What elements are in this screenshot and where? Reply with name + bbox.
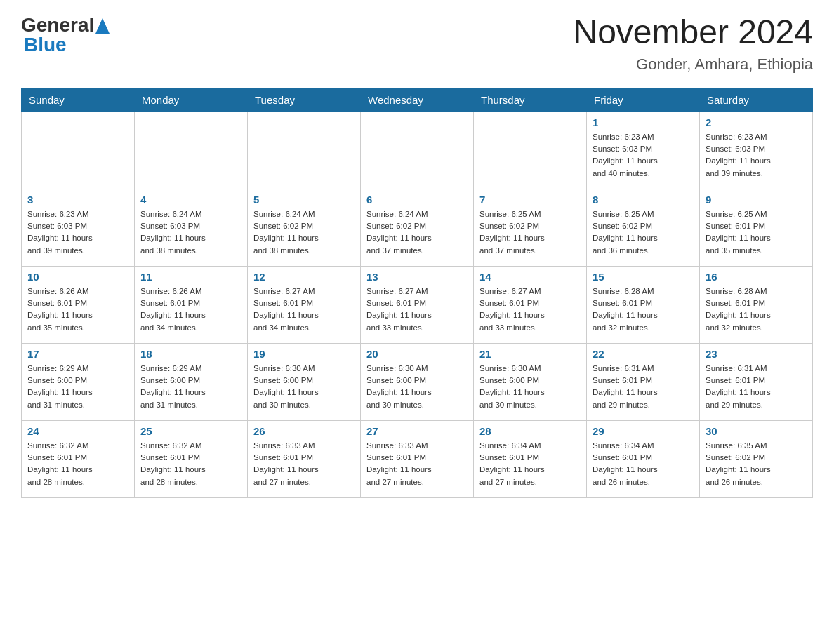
day-cell: 20Sunrise: 6:30 AMSunset: 6:00 PMDayligh… bbox=[361, 343, 474, 420]
day-info: Sunrise: 6:34 AMSunset: 6:01 PMDaylight:… bbox=[479, 440, 581, 488]
day-number: 9 bbox=[706, 194, 807, 206]
day-cell: 27Sunrise: 6:33 AMSunset: 6:01 PMDayligh… bbox=[361, 420, 474, 497]
day-number: 16 bbox=[706, 271, 807, 283]
day-info: Sunrise: 6:27 AMSunset: 6:01 PMDaylight:… bbox=[366, 286, 468, 334]
day-cell: 6Sunrise: 6:24 AMSunset: 6:02 PMDaylight… bbox=[361, 189, 474, 266]
day-cell: 3Sunrise: 6:23 AMSunset: 6:03 PMDaylight… bbox=[22, 189, 135, 266]
day-info: Sunrise: 6:25 AMSunset: 6:02 PMDaylight:… bbox=[593, 208, 694, 257]
day-info: Sunrise: 6:28 AMSunset: 6:01 PMDaylight:… bbox=[706, 286, 807, 334]
day-info: Sunrise: 6:32 AMSunset: 6:01 PMDaylight:… bbox=[140, 440, 241, 488]
day-number: 6 bbox=[366, 194, 468, 206]
day-number: 29 bbox=[593, 425, 694, 437]
day-info: Sunrise: 6:31 AMSunset: 6:01 PMDaylight:… bbox=[593, 363, 694, 411]
week-row-4: 17Sunrise: 6:29 AMSunset: 6:00 PMDayligh… bbox=[22, 343, 813, 420]
title-block: November 2024 Gonder, Amhara, Ethiopia bbox=[573, 14, 813, 74]
day-info: Sunrise: 6:34 AMSunset: 6:01 PMDaylight:… bbox=[593, 440, 694, 488]
day-cell: 15Sunrise: 6:28 AMSunset: 6:01 PMDayligh… bbox=[587, 266, 700, 343]
day-info: Sunrise: 6:35 AMSunset: 6:02 PMDaylight:… bbox=[706, 440, 807, 488]
logo-triangle-icon bbox=[95, 18, 110, 34]
day-cell: 2Sunrise: 6:23 AMSunset: 6:03 PMDaylight… bbox=[700, 112, 813, 189]
header-saturday: Saturday bbox=[700, 88, 813, 112]
day-cell: 21Sunrise: 6:30 AMSunset: 6:00 PMDayligh… bbox=[474, 343, 587, 420]
day-info: Sunrise: 6:33 AMSunset: 6:01 PMDaylight:… bbox=[366, 440, 468, 488]
day-info: Sunrise: 6:23 AMSunset: 6:03 PMDaylight:… bbox=[593, 131, 694, 180]
week-row-2: 3Sunrise: 6:23 AMSunset: 6:03 PMDaylight… bbox=[22, 189, 813, 266]
day-cell: 9Sunrise: 6:25 AMSunset: 6:01 PMDaylight… bbox=[700, 189, 813, 266]
day-cell: 22Sunrise: 6:31 AMSunset: 6:01 PMDayligh… bbox=[587, 343, 700, 420]
day-cell: 18Sunrise: 6:29 AMSunset: 6:00 PMDayligh… bbox=[135, 343, 248, 420]
day-number: 21 bbox=[479, 348, 581, 360]
day-cell: 29Sunrise: 6:34 AMSunset: 6:01 PMDayligh… bbox=[587, 420, 700, 497]
day-cell: 13Sunrise: 6:27 AMSunset: 6:01 PMDayligh… bbox=[361, 266, 474, 343]
day-info: Sunrise: 6:27 AMSunset: 6:01 PMDaylight:… bbox=[253, 286, 355, 334]
day-number: 30 bbox=[706, 425, 807, 437]
day-number: 14 bbox=[479, 271, 581, 283]
day-cell: 4Sunrise: 6:24 AMSunset: 6:03 PMDaylight… bbox=[135, 189, 248, 266]
page-header: General Blue November 2024 Gonder, Amhar… bbox=[21, 14, 813, 74]
calendar-subtitle: Gonder, Amhara, Ethiopia bbox=[573, 55, 813, 74]
day-info: Sunrise: 6:32 AMSunset: 6:01 PMDaylight:… bbox=[27, 440, 128, 488]
week-row-1: 1Sunrise: 6:23 AMSunset: 6:03 PMDaylight… bbox=[22, 112, 813, 189]
day-info: Sunrise: 6:24 AMSunset: 6:03 PMDaylight:… bbox=[140, 208, 241, 257]
day-info: Sunrise: 6:31 AMSunset: 6:01 PMDaylight:… bbox=[706, 363, 807, 411]
day-info: Sunrise: 6:27 AMSunset: 6:01 PMDaylight:… bbox=[479, 286, 581, 334]
day-info: Sunrise: 6:23 AMSunset: 6:03 PMDaylight:… bbox=[27, 208, 128, 257]
day-cell: 17Sunrise: 6:29 AMSunset: 6:00 PMDayligh… bbox=[22, 343, 135, 420]
day-number: 18 bbox=[140, 348, 241, 360]
day-cell: 26Sunrise: 6:33 AMSunset: 6:01 PMDayligh… bbox=[248, 420, 361, 497]
day-cell: 19Sunrise: 6:30 AMSunset: 6:00 PMDayligh… bbox=[248, 343, 361, 420]
day-cell: 14Sunrise: 6:27 AMSunset: 6:01 PMDayligh… bbox=[474, 266, 587, 343]
header-monday: Monday bbox=[135, 88, 248, 112]
day-cell: 16Sunrise: 6:28 AMSunset: 6:01 PMDayligh… bbox=[700, 266, 813, 343]
day-number: 5 bbox=[253, 194, 355, 206]
day-number: 25 bbox=[140, 425, 241, 437]
logo-blue-text: Blue bbox=[24, 34, 67, 56]
day-cell: 24Sunrise: 6:32 AMSunset: 6:01 PMDayligh… bbox=[22, 420, 135, 497]
day-cell bbox=[22, 112, 135, 189]
day-number: 3 bbox=[27, 194, 128, 206]
day-cell: 7Sunrise: 6:25 AMSunset: 6:02 PMDaylight… bbox=[474, 189, 587, 266]
day-number: 19 bbox=[253, 348, 355, 360]
header-wednesday: Wednesday bbox=[361, 88, 474, 112]
day-number: 12 bbox=[253, 271, 355, 283]
day-number: 4 bbox=[140, 194, 241, 206]
day-number: 27 bbox=[366, 425, 468, 437]
week-row-5: 24Sunrise: 6:32 AMSunset: 6:01 PMDayligh… bbox=[22, 420, 813, 497]
day-number: 7 bbox=[479, 194, 581, 206]
day-cell bbox=[474, 112, 587, 189]
day-cell: 1Sunrise: 6:23 AMSunset: 6:03 PMDaylight… bbox=[587, 112, 700, 189]
day-info: Sunrise: 6:24 AMSunset: 6:02 PMDaylight:… bbox=[366, 208, 468, 257]
day-cell: 12Sunrise: 6:27 AMSunset: 6:01 PMDayligh… bbox=[248, 266, 361, 343]
day-number: 20 bbox=[366, 348, 468, 360]
logo: General Blue bbox=[21, 14, 110, 56]
week-row-3: 10Sunrise: 6:26 AMSunset: 6:01 PMDayligh… bbox=[22, 266, 813, 343]
calendar-table: Sunday Monday Tuesday Wednesday Thursday… bbox=[21, 88, 813, 498]
day-number: 24 bbox=[27, 425, 128, 437]
day-number: 26 bbox=[253, 425, 355, 437]
header-sunday: Sunday bbox=[22, 88, 135, 112]
day-cell: 5Sunrise: 6:24 AMSunset: 6:02 PMDaylight… bbox=[248, 189, 361, 266]
header-friday: Friday bbox=[587, 88, 700, 112]
day-cell: 30Sunrise: 6:35 AMSunset: 6:02 PMDayligh… bbox=[700, 420, 813, 497]
day-info: Sunrise: 6:23 AMSunset: 6:03 PMDaylight:… bbox=[706, 131, 807, 180]
day-info: Sunrise: 6:33 AMSunset: 6:01 PMDaylight:… bbox=[253, 440, 355, 488]
day-number: 17 bbox=[27, 348, 128, 360]
day-cell bbox=[361, 112, 474, 189]
svg-marker-0 bbox=[95, 18, 110, 34]
header-tuesday: Tuesday bbox=[248, 88, 361, 112]
day-cell bbox=[248, 112, 361, 189]
day-cell: 28Sunrise: 6:34 AMSunset: 6:01 PMDayligh… bbox=[474, 420, 587, 497]
day-info: Sunrise: 6:30 AMSunset: 6:00 PMDaylight:… bbox=[479, 363, 581, 411]
day-info: Sunrise: 6:29 AMSunset: 6:00 PMDaylight:… bbox=[27, 363, 128, 411]
day-number: 13 bbox=[366, 271, 468, 283]
day-info: Sunrise: 6:26 AMSunset: 6:01 PMDaylight:… bbox=[27, 286, 128, 334]
day-number: 10 bbox=[27, 271, 128, 283]
calendar-header-row: Sunday Monday Tuesday Wednesday Thursday… bbox=[22, 88, 813, 112]
day-number: 22 bbox=[593, 348, 694, 360]
day-number: 11 bbox=[140, 271, 241, 283]
day-info: Sunrise: 6:29 AMSunset: 6:00 PMDaylight:… bbox=[140, 363, 241, 411]
day-number: 28 bbox=[479, 425, 581, 437]
day-number: 2 bbox=[706, 116, 807, 128]
day-info: Sunrise: 6:26 AMSunset: 6:01 PMDaylight:… bbox=[140, 286, 241, 334]
day-info: Sunrise: 6:30 AMSunset: 6:00 PMDaylight:… bbox=[253, 363, 355, 411]
